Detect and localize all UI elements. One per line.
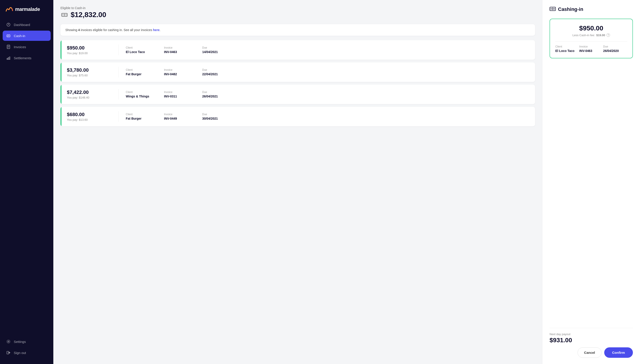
- card-amount-3: $680.00: [67, 112, 111, 118]
- card-invoice-1: Invoice INV-0482: [164, 68, 195, 76]
- eligible-label: Eligible to Cash-in: [60, 6, 535, 10]
- card-due-label-2: Due: [202, 90, 233, 94]
- cashing-divider: [555, 41, 627, 42]
- card-due-0: Due 14/04/2021: [202, 46, 233, 54]
- payout-label: Next day payout: [550, 332, 633, 336]
- invoice-card-0[interactable]: $950.00 You pay: $19.00 Client El Loco T…: [60, 40, 535, 60]
- invoices-icon: [6, 44, 11, 49]
- cashing-due-value: 26/04/2020: [603, 49, 627, 52]
- card-amount-section-1: $3,780.00 You pay: $75.60: [67, 67, 111, 77]
- sign-out-icon: [6, 350, 11, 355]
- invoice-card-1[interactable]: $3,780.00 You pay: $75.60 Client Fat Bur…: [60, 62, 535, 82]
- cashing-fee-amount: $19.00: [596, 34, 605, 37]
- card-invoice-value-0: INV-0463: [164, 50, 195, 54]
- left-panel: Eligible to Cash-in $12,832.00 Sho: [53, 0, 542, 364]
- card-invoice-value-2: INV-0311: [164, 94, 195, 98]
- cash-in-icon: [6, 34, 11, 38]
- card-invoice-label-3: Invoice: [164, 113, 195, 116]
- card-invoice-label-0: Invoice: [164, 46, 195, 49]
- svg-point-7: [8, 341, 9, 342]
- card-due-1: Due 22/04/2021: [202, 68, 233, 76]
- card-body-1: $3,780.00 You pay: $75.60 Client Fat Bur…: [62, 62, 535, 82]
- card-client-label-1: Client: [126, 68, 157, 72]
- svg-rect-5: [8, 58, 9, 60]
- card-amount-0: $950.00: [67, 45, 111, 51]
- card-body-3: $680.00 You pay: $13.60 Client Fat Burge…: [62, 107, 535, 126]
- card-client-3: Client Fat Burger: [126, 113, 157, 120]
- invoice-list: $950.00 You pay: $19.00 Client El Loco T…: [60, 40, 535, 126]
- sidebar-item-settings-label: Settings: [14, 340, 26, 344]
- invoices-link[interactable]: here: [153, 28, 160, 32]
- svg-point-13: [552, 8, 554, 10]
- card-divider-2: [118, 89, 119, 100]
- sidebar-item-sign-out[interactable]: Sign out: [3, 348, 51, 358]
- cashing-invoice: Invoice INV-0463: [579, 45, 603, 52]
- card-amount-1: $3,780.00: [67, 67, 111, 73]
- card-invoice-0: Invoice INV-0463: [164, 46, 195, 54]
- card-divider-0: [118, 44, 119, 55]
- card-invoice-value-1: INV-0482: [164, 72, 195, 76]
- card-client-value-3: Fat Burger: [126, 117, 157, 120]
- sidebar-bottom: Settings Sign out: [0, 336, 53, 364]
- cashing-fee-label: Less Cash-in fee:: [572, 34, 595, 37]
- sidebar-item-dashboard[interactable]: Dashboard: [3, 20, 51, 30]
- card-invoice-label-1: Invoice: [164, 68, 195, 72]
- fee-question-icon[interactable]: ?: [606, 33, 610, 37]
- cashing-card: $950.00 Less Cash-in fee: $19.00 ? Clien…: [550, 19, 633, 58]
- card-fee-0: You pay: $19.00: [67, 52, 111, 55]
- cashing-client: Client El Loco Taco: [555, 45, 579, 52]
- sidebar-item-invoices[interactable]: Invoices: [3, 42, 51, 52]
- cancel-button[interactable]: Cancel: [578, 347, 601, 358]
- svg-point-8: [7, 340, 10, 343]
- svg-rect-2: [7, 35, 10, 37]
- svg-rect-6: [9, 57, 10, 60]
- card-fee-1: You pay: $75.60: [67, 74, 111, 77]
- card-client-label-3: Client: [126, 113, 157, 116]
- dashboard-icon: [6, 22, 11, 27]
- card-client-1: Client Fat Burger: [126, 68, 157, 76]
- card-client-label-2: Client: [126, 90, 157, 94]
- panel-footer: Next day payout $931.00 Cancel Confirm: [550, 328, 633, 358]
- cashing-invoice-label: Invoice: [579, 45, 603, 48]
- cashing-due: Due 26/04/2020: [603, 45, 627, 52]
- cashing-client-value: El Loco Taco: [555, 49, 579, 52]
- cashing-amount: $950.00: [555, 24, 627, 32]
- main-content: Eligible to Cash-in $12,832.00 Sho: [53, 0, 640, 364]
- card-invoice-2: Invoice INV-0311: [164, 90, 195, 98]
- cashing-details: Client El Loco Taco Invoice INV-0463 Due…: [555, 45, 627, 52]
- cashing-client-label: Client: [555, 45, 579, 48]
- card-body-0: $950.00 You pay: $19.00 Client El Loco T…: [62, 40, 535, 60]
- eligible-amount-row: $12,832.00: [60, 11, 535, 19]
- card-amount-section-2: $7,422.00 You pay: $148.40: [67, 90, 111, 99]
- sidebar-item-cash-in[interactable]: Cash-in: [3, 31, 51, 41]
- card-due-value-2: 26/04/2021: [202, 94, 233, 98]
- cashing-panel-icon: [550, 6, 556, 12]
- sidebar-item-settings[interactable]: Settings: [3, 336, 51, 347]
- logo-icon: [5, 6, 13, 12]
- logo-text: marmalade: [15, 6, 40, 12]
- sidebar-item-settlements[interactable]: Settlements: [3, 53, 51, 63]
- sidebar-item-invoices-label: Invoices: [14, 45, 26, 49]
- card-due-label-3: Due: [202, 113, 233, 116]
- confirm-button[interactable]: Confirm: [604, 347, 633, 358]
- settlements-icon: [6, 56, 11, 60]
- invoice-card-3[interactable]: $680.00 You pay: $13.60 Client Fat Burge…: [60, 107, 535, 126]
- sidebar-item-dashboard-label: Dashboard: [14, 23, 30, 27]
- card-invoice-label-2: Invoice: [164, 90, 195, 94]
- footer-buttons: Cancel Confirm: [550, 347, 633, 358]
- card-body-2: $7,422.00 You pay: $148.40 Client Wings …: [62, 84, 535, 104]
- card-invoice-3: Invoice INV-0449: [164, 113, 195, 120]
- card-due-value-3: 30/04/2021: [202, 117, 233, 120]
- svg-point-11: [64, 14, 65, 16]
- card-client-value-1: Fat Burger: [126, 72, 157, 76]
- cashing-fee-row: Less Cash-in fee: $19.00 ?: [555, 33, 627, 37]
- card-due-3: Due 30/04/2021: [202, 113, 233, 120]
- svg-rect-4: [7, 58, 8, 60]
- sidebar-item-cash-in-label: Cash-in: [14, 34, 25, 38]
- svg-point-1: [8, 24, 9, 25]
- card-due-label-1: Due: [202, 68, 233, 72]
- card-client-value-0: El Loco Taco: [126, 50, 157, 54]
- logo: marmalade: [0, 0, 53, 20]
- invoice-card-2[interactable]: $7,422.00 You pay: $148.40 Client Wings …: [60, 84, 535, 104]
- card-client-0: Client El Loco Taco: [126, 46, 157, 54]
